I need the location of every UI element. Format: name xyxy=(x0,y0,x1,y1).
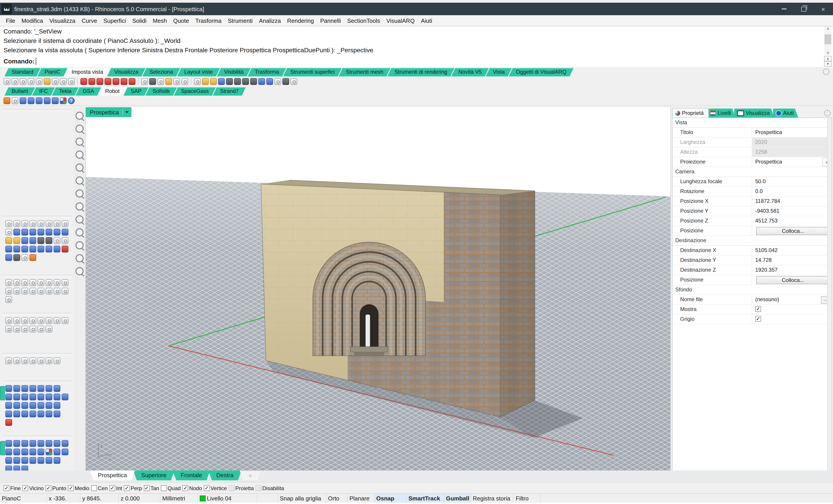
tool-icon[interactable] xyxy=(44,78,50,85)
tool-icon[interactable] xyxy=(52,97,58,104)
toolbar-tab-layout-viste[interactable]: Layout viste xyxy=(177,68,220,76)
zoom-window-icon[interactable] xyxy=(75,164,84,172)
palette-tool-icon[interactable] xyxy=(46,279,52,286)
palette-tool-icon[interactable] xyxy=(5,440,12,447)
palette-tool-icon[interactable] xyxy=(54,288,60,294)
tool-icon[interactable] xyxy=(4,78,10,85)
toolbar-tab-spacegass[interactable]: SpaceGass xyxy=(174,87,216,96)
palette-tool-icon[interactable] xyxy=(46,357,52,364)
menu-item-trasforma[interactable]: Trasforma xyxy=(192,17,225,24)
checkbox[interactable]: ✓ xyxy=(755,306,761,312)
palette-tool-icon[interactable] xyxy=(38,326,44,332)
osnap-checkbox-disabilita[interactable] xyxy=(256,485,261,491)
property-value[interactable]: 14.728 xyxy=(752,256,832,265)
close-button[interactable]: × xyxy=(813,3,833,15)
status-cell[interactable]: Gumball xyxy=(444,494,471,503)
palette-tool-icon[interactable] xyxy=(14,385,20,392)
panel-tab-aiuti[interactable]: Aiuti xyxy=(773,109,798,118)
menu-item-sectiontools[interactable]: SectionTools xyxy=(344,17,383,24)
palette-tool-icon[interactable] xyxy=(38,411,44,417)
status-cell[interactable]: Snap alla griglia xyxy=(278,494,326,503)
tool-icon[interactable] xyxy=(20,97,26,104)
tool-icon[interactable] xyxy=(157,78,164,85)
palette-tool-icon[interactable] xyxy=(54,317,60,324)
palette-tool-icon[interactable] xyxy=(54,279,60,286)
palette-tool-icon[interactable] xyxy=(14,229,20,236)
palette-tool-icon[interactable] xyxy=(21,317,28,324)
palette-tool-icon[interactable] xyxy=(5,419,12,426)
status-cell[interactable]: y 8645. xyxy=(80,494,119,503)
menu-item-pannelli[interactable]: Pannelli xyxy=(317,17,344,24)
menu-item-superfici[interactable]: Superfici xyxy=(100,17,129,24)
colloca-button[interactable]: Colloca... xyxy=(756,276,830,284)
palette-tool-icon[interactable] xyxy=(54,449,60,455)
tool-icon[interactable] xyxy=(290,78,297,85)
restore-button[interactable] xyxy=(794,3,813,15)
zoom-in-icon[interactable] xyxy=(75,150,84,159)
tool-icon[interactable] xyxy=(141,78,148,85)
toolbar-tab-bullant[interactable]: Bullant xyxy=(4,87,35,96)
palette-tool-icon[interactable] xyxy=(5,385,12,392)
panel-scrollbar[interactable] xyxy=(827,118,832,485)
osnap-checkbox-vertice[interactable]: ✓ xyxy=(204,485,210,491)
walk-view-icon[interactable] xyxy=(75,267,84,275)
palette-tool-icon[interactable] xyxy=(29,394,36,400)
palette-tool-icon[interactable] xyxy=(54,457,60,464)
tool-icon[interactable] xyxy=(104,78,111,85)
toolbar-tab-strand7[interactable]: Strand7 xyxy=(213,87,246,96)
tool-icon[interactable] xyxy=(113,78,119,85)
tool-icon[interactable] xyxy=(60,97,67,104)
status-cell[interactable]: x -336. xyxy=(47,494,80,503)
status-cell[interactable]: Osnap xyxy=(375,494,407,503)
zoom-selected-icon[interactable] xyxy=(75,176,84,185)
palette-tool-icon[interactable] xyxy=(21,457,28,464)
toolbar-tab-gsa[interactable]: GSA xyxy=(75,87,101,96)
palette-tool-icon[interactable] xyxy=(29,317,36,324)
toolbar-tab-pianic[interactable]: PianiC xyxy=(37,68,68,76)
palette-tool-icon[interactable] xyxy=(38,449,44,455)
palette-tool-icon[interactable] xyxy=(21,357,28,364)
palette-tool-icon[interactable] xyxy=(29,254,36,261)
palette-tool-icon[interactable] xyxy=(54,394,60,400)
tool-icon[interactable] xyxy=(121,78,127,85)
property-value[interactable]: Prospettica xyxy=(752,128,832,137)
rotate-view-icon[interactable] xyxy=(75,138,84,146)
palette-tool-icon[interactable] xyxy=(38,229,44,236)
tool-icon[interactable] xyxy=(218,78,225,85)
palette-tool-icon[interactable] xyxy=(46,457,52,464)
scroll-thumb[interactable] xyxy=(825,34,831,44)
palette-tool-icon[interactable] xyxy=(29,288,36,294)
panel-tab-livelli[interactable]: Livelli xyxy=(707,109,735,118)
tool-icon[interactable] xyxy=(282,78,289,85)
colloca-button[interactable]: Colloca... xyxy=(756,227,830,235)
palette-tool-icon[interactable] xyxy=(54,246,60,253)
toolbar-tab-imposta-vista[interactable]: Imposta vista xyxy=(64,68,110,76)
palette-tool-icon[interactable] xyxy=(46,326,52,332)
undo-view-icon[interactable] xyxy=(75,228,84,236)
osnap-checkbox-fine[interactable]: ✓ xyxy=(4,485,9,491)
palette-tool-icon[interactable] xyxy=(54,411,60,417)
palette-tool-icon[interactable] xyxy=(5,229,12,236)
palette-tool-icon[interactable] xyxy=(62,220,68,227)
osnap-checkbox-perp[interactable]: ✓ xyxy=(124,485,129,491)
palette-tool-icon[interactable] xyxy=(46,402,52,409)
palette-tool-icon[interactable] xyxy=(62,317,68,324)
tool-icon[interactable] xyxy=(68,78,75,85)
viewport-prospettica[interactable]: Prospettica xyxy=(86,107,670,471)
property-value[interactable]: 1920.357 xyxy=(752,265,832,275)
palette-tool-icon[interactable] xyxy=(46,394,52,400)
palette-tool-icon[interactable] xyxy=(21,279,28,286)
palette-tool-icon[interactable] xyxy=(46,229,52,236)
palette-tool-icon[interactable] xyxy=(29,402,36,409)
toolbar-tab-sofistik[interactable]: Sofistik xyxy=(145,87,177,96)
palette-side-tab[interactable] xyxy=(0,441,5,455)
palette-tool-icon[interactable] xyxy=(14,220,20,227)
orbit-view-icon[interactable] xyxy=(75,125,84,133)
tool-icon[interactable] xyxy=(258,78,265,85)
palette-tool-icon[interactable] xyxy=(21,246,28,253)
menu-item-analizza[interactable]: Analizza xyxy=(256,17,284,24)
property-value[interactable]: ✓ xyxy=(752,305,832,314)
palette-tool-icon[interactable] xyxy=(14,457,20,464)
palette-tool-icon[interactable] xyxy=(21,411,28,417)
status-cell[interactable]: Orto xyxy=(326,494,348,503)
